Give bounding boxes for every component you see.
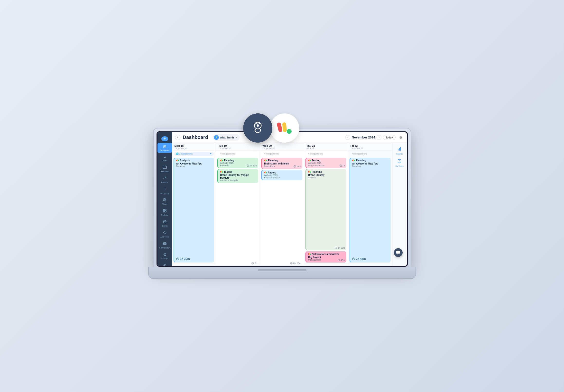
day-entries-thu: Testing Website 2025 Blog - Promotion 1h <box>304 157 348 264</box>
sidebar-item-approvals[interactable]: Approvals <box>157 229 172 240</box>
sidebar-item-settings[interactable]: ⚙ Settings <box>157 251 172 261</box>
entry-planning-fri[interactable]: Planning An Awesome New App Branding 7h … <box>350 158 391 263</box>
calendar-grid: Mon 18 7h 30m of 8h 🌐 2 suggestions ▼ <box>172 143 392 266</box>
sidebar-label-tasks: Tasks <box>162 160 167 162</box>
svg-point-18 <box>164 221 165 222</box>
entry-notifications-thu[interactable]: Notifications and Alerts Big Project Man… <box>306 251 346 263</box>
sidebar-item-tasks[interactable]: ≡ Tasks <box>157 153 172 163</box>
day-column-thu: Thu 21 5h of 8h No suggestions <box>304 143 348 266</box>
svg-rect-37 <box>264 172 265 173</box>
sidebar-label-approvals: Approvals <box>160 236 169 238</box>
sidebar-item-timesheet[interactable]: Timesheet <box>157 164 172 174</box>
day-header-wed: Wed 20 7h 39m of 8h <box>260 143 304 151</box>
insights-button[interactable]: Insights <box>392 145 407 157</box>
user-badge[interactable]: 🌍 Alex Smith ▼ <box>213 134 240 141</box>
sidebar-item-entries-log[interactable]: Entries log <box>157 186 172 196</box>
month-navigation: ‹ November 2024 › Today <box>345 135 395 140</box>
entry-planning-wed1[interactable]: Planning Brainstorm with team Brainstorm… <box>261 158 302 169</box>
no-suggestion-thu: No suggestions <box>306 152 346 156</box>
add-button[interactable]: + <box>161 136 168 141</box>
svg-rect-49 <box>308 253 309 255</box>
entry-testing-thu[interactable]: Testing Website 2025 Blog - Promotion 1h <box>306 158 346 168</box>
svg-rect-33 <box>264 160 265 161</box>
calendar-area: Mon 18 7h 30m of 8h 🌐 2 suggestions ▼ <box>172 143 392 266</box>
page-title: Dashboard <box>183 135 208 140</box>
day-total-wed: 6h 10m <box>260 261 304 266</box>
day-column-tue: Tue 19 7h 30m of 8h No suggestions <box>216 143 260 266</box>
subscription-icon <box>163 242 167 247</box>
sidebar-item-dashboard[interactable]: ⊞ Dashboard <box>157 143 172 153</box>
entry-task: Brand Identity <box>308 174 344 176</box>
day-name-tue: Tue 19 <box>218 144 257 147</box>
screen-bezel: 🦜 + ⊞ Dashboard ≡ Tasks <box>156 131 408 267</box>
entry-time: 4h 15m <box>335 247 345 249</box>
sidebar-label-settings: Settings <box>161 257 168 260</box>
no-suggestion-wed: No suggestions <box>262 152 302 156</box>
entry-sub2: Blog - Promotion <box>308 164 344 167</box>
entry-project: Planning <box>308 170 344 173</box>
svg-rect-25 <box>220 160 221 161</box>
entry-sub: General <box>308 176 344 179</box>
entry-project: Analysis <box>176 159 212 162</box>
day-name-thu: Thu 21 <box>307 144 345 147</box>
entry-task: Big Project <box>308 256 344 259</box>
settings-icon: ⚙ <box>163 252 167 257</box>
entry-card-analysis[interactable]: Analysis An Awesome New App Branding 3h … <box>174 158 214 263</box>
entry-sub: Website 2025 <box>264 174 300 176</box>
day-name-mon: Mon 18 <box>175 144 213 147</box>
svg-rect-3 <box>282 122 287 132</box>
chat-button[interactable] <box>394 248 403 257</box>
entry-planning-thu[interactable]: Planning Brand Identity General 4h 15m <box>306 169 346 250</box>
approvals-icon <box>163 231 167 236</box>
entry-report-wed[interactable]: Report Website 2025 Blog - Promotion <box>261 170 302 180</box>
tasks-icon: ≡ <box>164 155 166 159</box>
prev-month-button[interactable]: ‹ <box>345 135 350 140</box>
sidebar-label-projects: Projects <box>161 214 168 216</box>
entry-sub: Branding <box>176 165 212 168</box>
svg-point-4 <box>287 129 292 134</box>
day-entries-mon: Analysis An Awesome New App Branding 3h … <box>172 157 216 264</box>
entry-task: Brand Identity for Veggie Burgers <box>220 174 256 179</box>
sidebar-label-team: Team <box>162 203 167 205</box>
sidebar-item-clients[interactable]: Clients <box>157 218 172 229</box>
nav-back-button[interactable]: ‹ <box>175 135 180 140</box>
svg-rect-57 <box>398 149 398 151</box>
sidebar-label-entries: Entries log <box>160 193 169 195</box>
svg-rect-58 <box>399 148 400 151</box>
svg-rect-2 <box>277 122 283 133</box>
svg-rect-19 <box>163 243 166 245</box>
entry-time: 29m <box>294 165 301 168</box>
svg-rect-5 <box>163 166 167 169</box>
sidebar-item-projects[interactable]: Projects <box>157 207 172 218</box>
entry-testing-1[interactable]: Testing Brand Identity for Veggie Burger… <box>217 169 258 183</box>
sidebar: 🦜 + ⊞ Dashboard ≡ Tasks <box>157 132 172 266</box>
next-month-button[interactable]: › <box>377 135 381 140</box>
sidebar-item-reports[interactable]: Reports <box>157 175 172 185</box>
day-hours-fri: 7h 45m of 8h <box>351 147 390 150</box>
svg-rect-45 <box>308 171 309 172</box>
sidebar-item-subscription[interactable]: Subscription <box>157 240 172 251</box>
user-avatar-header: 🌍 <box>214 135 219 140</box>
entry-project: Planning <box>264 159 300 162</box>
suggestion-bar-mon[interactable]: 🌐 2 suggestions ▼ <box>174 152 214 156</box>
entry-project: Report <box>264 171 300 174</box>
svg-rect-16 <box>165 211 166 212</box>
clients-icon <box>163 220 167 224</box>
entry-total-time: 3h 30m <box>176 257 190 261</box>
svg-rect-59 <box>400 147 401 151</box>
entry-planning-1[interactable]: Planning Website 2025 Promotion 2h 30m <box>217 158 258 168</box>
my-tasks-button[interactable]: My Tasks <box>392 157 407 169</box>
svg-rect-29 <box>220 171 221 172</box>
sidebar-item-support[interactable]: ⊗ Support <box>157 262 172 266</box>
main-content: ‹ Dashboard 🌍 Alex Smith ▼ ‹ November 20… <box>172 132 407 266</box>
sidebar-label-timesheet: Timesheet <box>160 170 169 173</box>
month-title: November 2024 <box>352 136 375 139</box>
settings-button[interactable]: ⚙ <box>398 135 404 140</box>
entry-time: 2h 30m <box>247 165 257 167</box>
insights-icon <box>397 147 402 152</box>
dashboard-icon: ⊞ <box>163 144 166 149</box>
user-name: Alex Smith <box>220 136 234 139</box>
sidebar-item-team[interactable]: Team <box>157 196 172 207</box>
today-button[interactable]: Today <box>383 135 395 140</box>
logo-light <box>270 113 299 143</box>
